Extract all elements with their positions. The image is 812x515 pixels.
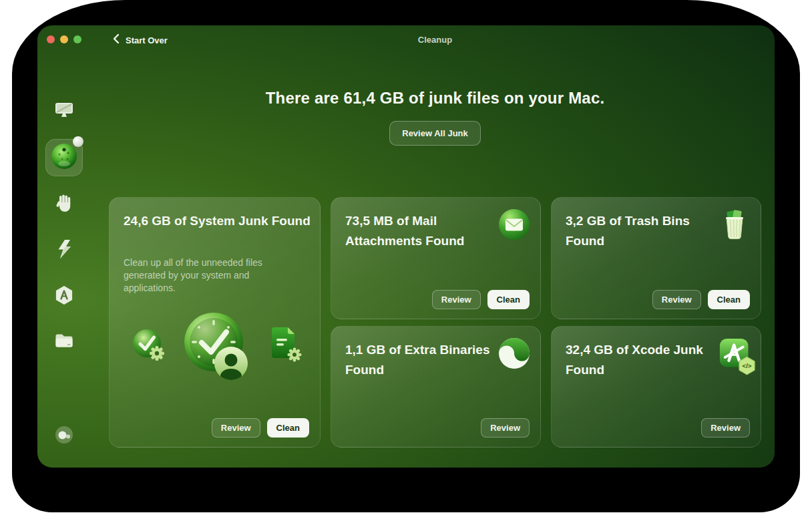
- card-title: 32,4 GB of Xcode Junk Found: [566, 340, 719, 380]
- minimize-window-button[interactable]: [60, 35, 68, 43]
- mac-display-icon: [54, 100, 74, 122]
- card-description: Clean up all of the unneeded files gener…: [124, 256, 287, 295]
- cleanup-notification-badge: [73, 136, 83, 147]
- clock-gear-icon: [130, 326, 167, 366]
- clean-button[interactable]: Clean: [267, 418, 309, 438]
- review-all-junk-button[interactable]: Review All Junk: [389, 121, 481, 146]
- document-gear-icon: [265, 325, 305, 367]
- review-button[interactable]: Review: [481, 418, 530, 438]
- code-badge-glyph: </>: [743, 362, 752, 369]
- card-trash-bins: 3,2 GB of Trash Bins Found Review Clean: [551, 197, 761, 319]
- assistant-orb-icon: [55, 425, 73, 447]
- binaries-yin-yang-icon: [498, 337, 530, 371]
- card-xcode-junk: 32,4 GB of Xcode Junk Found </>: [551, 326, 761, 448]
- clean-button[interactable]: Clean: [708, 290, 750, 309]
- sidebar-item-mac[interactable]: [54, 101, 74, 121]
- review-all-row: Review All Junk: [109, 121, 761, 146]
- review-button[interactable]: Review: [212, 418, 260, 438]
- hand-stop-icon: [54, 193, 74, 216]
- card-extra-binaries: 1,1 GB of Extra Binaries Found Review: [331, 326, 541, 448]
- sidebar-item-assistant[interactable]: [54, 426, 74, 446]
- clean-button[interactable]: Clean: [487, 290, 530, 309]
- sidebar-item-cleanup-active[interactable]: [45, 139, 83, 176]
- folder-icon: [54, 331, 74, 353]
- card-title: 24,6 GB of System Junk Found: [124, 211, 311, 231]
- zoom-window-button[interactable]: [73, 35, 81, 43]
- window-title: Cleanup: [109, 25, 761, 55]
- cleanmymac-window: Start Over Cleanup: [37, 25, 775, 468]
- review-button[interactable]: Review: [701, 418, 750, 438]
- card-system-junk: 24,6 GB of System Junk Found Clean up al…: [109, 197, 321, 448]
- titlebar: Start Over Cleanup: [37, 25, 775, 55]
- card-title: 73,5 MB of Mail Attachments Found: [345, 211, 499, 251]
- clock-user-icon: [183, 311, 250, 383]
- screenshot-stage: Start Over Cleanup: [0, 0, 812, 515]
- applications-seal-icon: [54, 285, 74, 308]
- sidebar-item-protection[interactable]: [54, 194, 74, 214]
- close-window-button[interactable]: [47, 35, 55, 43]
- card-title: 1,1 GB of Extra Binaries Found: [345, 340, 499, 380]
- sidebar-item-files[interactable]: [54, 332, 74, 352]
- review-button[interactable]: Review: [432, 290, 481, 309]
- mail-badge-icon: [498, 208, 530, 242]
- sidebar-item-speed[interactable]: [54, 240, 74, 261]
- card-title: 3,2 GB of Trash Bins Found: [566, 211, 719, 251]
- cleanup-ball-icon: [51, 143, 77, 172]
- trash-bin-icon: [719, 208, 751, 242]
- xcode-app-icon: </>: [719, 337, 751, 371]
- junk-summary-headline: There are 61,4 GB of junk files on your …: [109, 89, 761, 108]
- sidebar-item-applications[interactable]: [54, 287, 74, 307]
- lightning-bolt-icon: [54, 239, 74, 262]
- card-mail-attachments: 73,5 MB of Mail Attachments Found Review…: [331, 197, 541, 319]
- review-button[interactable]: Review: [652, 290, 701, 309]
